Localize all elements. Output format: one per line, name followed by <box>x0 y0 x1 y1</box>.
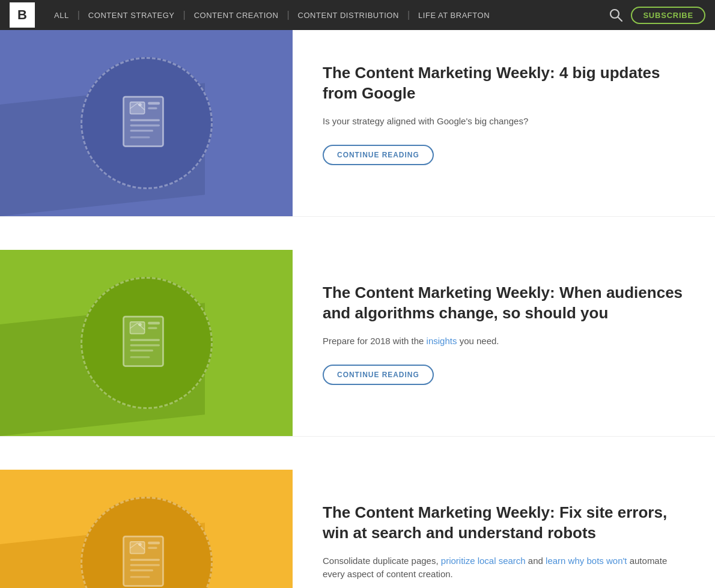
newspaper-icon-3 <box>114 530 180 588</box>
nav-items: ALL | CONTENT STRATEGY | CONTENT CREATIO… <box>46 10 609 20</box>
article-excerpt-2: Prepare for 2018 with the insights you n… <box>323 335 691 348</box>
svg-line-1 <box>618 17 622 22</box>
nav-item-all[interactable]: ALL <box>46 11 78 20</box>
article-image-2 <box>0 250 293 436</box>
article-gap-2 <box>0 437 715 470</box>
article-gap-1 <box>0 217 715 250</box>
search-button[interactable] <box>609 8 622 22</box>
svg-rect-10 <box>130 124 160 126</box>
article-image-3 <box>0 470 293 588</box>
svg-rect-34 <box>130 576 150 578</box>
svg-rect-33 <box>130 569 153 571</box>
svg-rect-9 <box>130 119 160 121</box>
article-title-2: The Content Marketing Weekly: When audie… <box>323 283 691 324</box>
svg-rect-12 <box>130 136 150 138</box>
article-row-2: The Content Marketing Weekly: When audie… <box>0 250 715 437</box>
nav-item-content-creation[interactable]: CONTENT CREATION <box>186 11 287 20</box>
svg-point-6 <box>138 103 142 106</box>
svg-rect-18 <box>148 322 160 324</box>
svg-rect-21 <box>130 344 160 346</box>
svg-rect-19 <box>148 327 157 329</box>
newspaper-icon-1 <box>114 90 180 156</box>
continue-reading-button-1[interactable]: CONTINUE READING <box>323 145 434 165</box>
svg-rect-23 <box>130 356 150 358</box>
subscribe-button[interactable]: SUBSCRIBE <box>631 7 705 24</box>
article-content-1: The Content Marketing Weekly: 4 big upda… <box>293 30 715 216</box>
nav-item-life-at-brafton[interactable]: LIFE AT BRAFTON <box>410 11 498 20</box>
article-excerpt-1: Is your strategy aligned with Google's b… <box>323 115 691 129</box>
article-content-3: The Content Marketing Weekly: Fix site e… <box>293 470 715 588</box>
article-title-3: The Content Marketing Weekly: Fix site e… <box>323 503 691 544</box>
nav-item-content-strategy[interactable]: CONTENT STRATEGY <box>80 11 183 20</box>
svg-rect-29 <box>148 542 160 544</box>
svg-point-28 <box>138 542 142 546</box>
nav-bar: B ALL | CONTENT STRATEGY | CONTENT CREAT… <box>0 0 715 30</box>
nav-right: SUBSCRIBE <box>609 7 705 24</box>
article-icon-circle-2 <box>81 277 213 409</box>
excerpt-link-2: insights <box>427 336 457 346</box>
logo[interactable]: B <box>10 2 35 28</box>
svg-rect-8 <box>148 108 157 109</box>
excerpt-link-3a: prioritize local search <box>441 556 526 566</box>
search-icon <box>609 8 622 22</box>
svg-rect-31 <box>130 559 160 560</box>
continue-reading-button-2[interactable]: CONTINUE READING <box>323 365 434 385</box>
svg-rect-7 <box>148 102 160 105</box>
svg-rect-11 <box>130 130 153 132</box>
article-title-1: The Content Marketing Weekly: 4 big upda… <box>323 63 691 104</box>
article-row-3: The Content Marketing Weekly: Fix site e… <box>0 470 715 588</box>
newspaper-icon-2 <box>114 310 180 376</box>
nav-item-content-distribution[interactable]: CONTENT DISTRIBUTION <box>290 11 407 20</box>
article-content-2: The Content Marketing Weekly: When audie… <box>293 250 715 436</box>
svg-rect-20 <box>130 339 160 341</box>
article-image-1 <box>0 30 293 216</box>
svg-rect-30 <box>148 547 157 549</box>
article-excerpt-3: Consolidate duplicate pages, prioritize … <box>323 554 691 581</box>
article-icon-circle-1 <box>81 57 213 189</box>
excerpt-link-3b: learn why bots won't <box>546 556 627 566</box>
articles-container: The Content Marketing Weekly: 4 big upda… <box>0 30 715 588</box>
svg-rect-32 <box>130 564 160 566</box>
article-row: The Content Marketing Weekly: 4 big upda… <box>0 30 715 217</box>
svg-rect-22 <box>130 350 153 351</box>
svg-point-17 <box>138 323 142 326</box>
